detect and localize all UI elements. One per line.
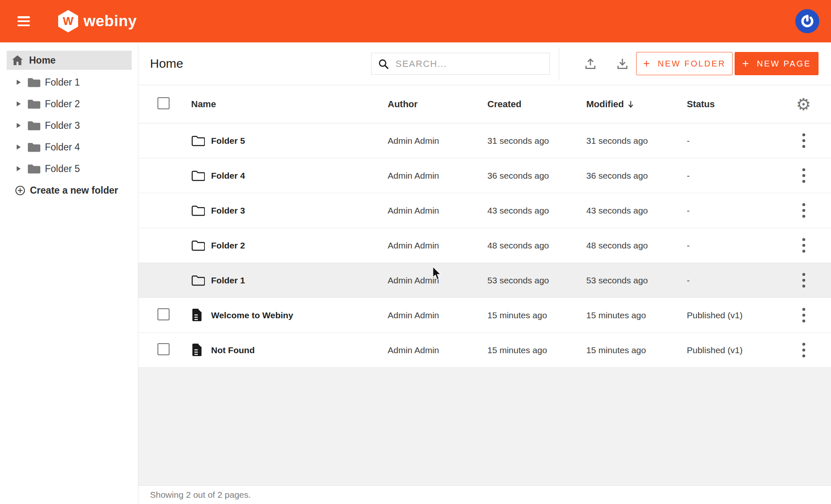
row-menu-kebab-button[interactable] — [800, 340, 808, 360]
sidebar-folder-item[interactable]: Folder 2 — [0, 93, 138, 115]
sidebar-folder-label: Folder 3 — [45, 120, 80, 131]
table-row[interactable]: Folder 5 Admin Admin 31 seconds ago 31 s… — [138, 123, 831, 158]
webiny-logo[interactable]: W webiny — [58, 10, 137, 32]
row-modified: 48 seconds ago — [586, 241, 687, 251]
row-created: 43 seconds ago — [487, 206, 586, 216]
table-header: Name Author Created Modified Status — [138, 85, 831, 123]
row-name: Folder 1 — [211, 275, 388, 285]
row-created: 15 minutes ago — [487, 345, 586, 355]
main-content: Home — [138, 42, 831, 504]
row-name: Folder 3 — [211, 206, 388, 216]
add-circle-icon — [15, 185, 25, 196]
sidebar-folder-item[interactable]: Folder 1 — [0, 71, 138, 93]
row-checkbox[interactable] — [157, 343, 170, 355]
export-download-button[interactable] — [613, 54, 632, 73]
menu-icon[interactable] — [17, 16, 30, 26]
folder-icon — [27, 120, 40, 131]
chevron-right-icon[interactable] — [17, 80, 21, 85]
row-modified: 43 seconds ago — [586, 206, 687, 216]
row-status: Published (v1) — [687, 310, 791, 320]
user-avatar[interactable] — [795, 9, 819, 33]
row-modified: 36 seconds ago — [586, 171, 687, 181]
new-page-label: NEW PAGE — [757, 59, 811, 69]
row-status: - — [687, 206, 791, 216]
table-footer: Showing 2 out of 2 pages. — [138, 485, 831, 504]
folder-outline-icon — [191, 240, 205, 251]
row-created: 48 seconds ago — [487, 241, 586, 251]
create-new-folder-button[interactable]: Create a new folder — [0, 179, 138, 201]
chevron-right-icon[interactable] — [17, 166, 21, 171]
chevron-right-icon[interactable] — [17, 101, 21, 106]
column-header-modified[interactable]: Modified — [586, 99, 687, 110]
row-author: Admin Admin — [388, 136, 487, 146]
search-input[interactable] — [396, 59, 543, 69]
search-icon — [378, 59, 389, 69]
empty-table-area — [138, 368, 831, 485]
row-author: Admin Admin — [388, 241, 487, 251]
sidebar-folder-item[interactable]: Folder 4 — [0, 136, 138, 158]
logo-letter: W — [63, 15, 73, 28]
column-header-created[interactable]: Created — [487, 99, 586, 110]
row-name: Welcome to Webiny — [211, 310, 388, 320]
table-row[interactable]: Folder 4 Admin Admin 36 seconds ago 36 s… — [138, 158, 831, 193]
sidebar-item-home[interactable]: Home — [7, 51, 132, 70]
row-name: Not Found — [211, 345, 388, 355]
table-body: Folder 5 Admin Admin 31 seconds ago 31 s… — [138, 123, 831, 368]
app-window: W webiny Home — [0, 0, 831, 504]
row-name: Folder 2 — [211, 241, 388, 251]
top-app-bar: W webiny — [0, 0, 831, 42]
row-modified: 31 seconds ago — [586, 136, 687, 146]
webiny-hexagon-icon: W — [58, 10, 78, 32]
row-status: Published (v1) — [687, 345, 791, 355]
sidebar-folder-label: Folder 5 — [45, 163, 80, 175]
table-row[interactable]: Folder 1 Admin Admin 53 seconds ago 53 s… — [138, 263, 831, 298]
folder-icon — [27, 142, 40, 153]
row-author: Admin Admin — [388, 345, 487, 355]
row-status: - — [687, 241, 791, 251]
table-row[interactable]: Welcome to Webiny Admin Admin 15 minutes… — [138, 298, 831, 333]
sidebar-home-label: Home — [29, 55, 56, 66]
column-header-name[interactable]: Name — [191, 99, 388, 110]
create-new-folder-label: Create a new folder — [30, 185, 118, 196]
content-header: Home — [138, 42, 831, 85]
search-box — [371, 53, 550, 75]
column-header-status[interactable]: Status — [687, 99, 791, 110]
folder-outline-icon — [191, 275, 205, 286]
row-modified: 53 seconds ago — [586, 275, 687, 285]
row-menu-kebab-button[interactable] — [800, 270, 808, 290]
sidebar-folder-label: Folder 4 — [45, 142, 80, 153]
chevron-right-icon[interactable] — [17, 123, 21, 128]
row-created: 15 minutes ago — [487, 310, 586, 320]
new-folder-button[interactable]: + NEW FOLDER — [636, 52, 733, 75]
table-row[interactable]: Not Found Admin Admin 15 minutes ago 15 … — [138, 333, 831, 368]
row-menu-kebab-button[interactable] — [800, 305, 808, 325]
new-page-button[interactable]: + NEW PAGE — [735, 52, 819, 75]
row-menu-kebab-button[interactable] — [800, 131, 808, 150]
table-row[interactable]: Folder 3 Admin Admin 43 seconds ago 43 s… — [138, 193, 831, 228]
folder-outline-icon — [191, 170, 205, 182]
row-created: 31 seconds ago — [487, 136, 586, 146]
import-upload-button[interactable] — [581, 54, 600, 73]
row-checkbox[interactable] — [157, 308, 170, 320]
row-modified: 15 minutes ago — [586, 345, 687, 355]
upload-icon — [583, 57, 597, 71]
sort-desc-arrow-icon — [627, 100, 634, 109]
row-menu-kebab-button[interactable] — [800, 236, 808, 255]
row-menu-kebab-button[interactable] — [800, 166, 808, 185]
select-all-checkbox[interactable] — [157, 97, 170, 109]
folder-outline-icon — [191, 205, 205, 216]
table-settings-gear-icon[interactable]: ⚙ — [796, 96, 811, 113]
row-author: Admin Admin — [388, 206, 487, 216]
row-author: Admin Admin — [388, 275, 487, 285]
page-icon — [191, 343, 202, 357]
sidebar-folder-item[interactable]: Folder 3 — [0, 115, 138, 136]
row-menu-kebab-button[interactable] — [800, 201, 808, 220]
page-title: Home — [150, 42, 183, 85]
row-status: - — [687, 136, 791, 146]
brand-wordmark: webiny — [84, 12, 137, 30]
chevron-right-icon[interactable] — [17, 145, 21, 150]
row-status: - — [687, 171, 791, 181]
table-row[interactable]: Folder 2 Admin Admin 48 seconds ago 48 s… — [138, 228, 831, 263]
sidebar-folder-item[interactable]: Folder 5 — [0, 158, 138, 179]
column-header-author[interactable]: Author — [388, 99, 487, 110]
